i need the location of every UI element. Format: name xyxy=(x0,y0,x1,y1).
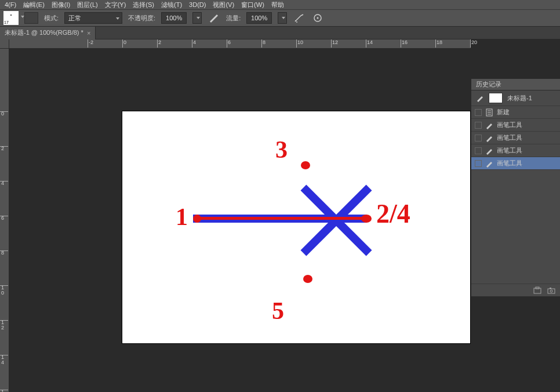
camera-icon[interactable] xyxy=(547,286,555,295)
document-icon xyxy=(485,108,493,117)
ruler-h-tick: 16 xyxy=(402,39,408,45)
flow-input[interactable]: 100% xyxy=(246,12,272,24)
menu-select[interactable]: 选择(S) xyxy=(130,1,157,9)
ruler-h-tick: 4 xyxy=(193,39,196,45)
create-snapshot-icon[interactable] xyxy=(533,286,541,295)
ruler-h-tick: 20 xyxy=(471,39,477,45)
svg-rect-10 xyxy=(548,289,555,293)
menu-3d[interactable]: 3D(D) xyxy=(187,1,208,8)
menu-type[interactable]: 文字(Y) xyxy=(103,1,129,9)
workspace: -202468101214161820 024681 01 21 41 6 1 … xyxy=(0,39,560,392)
canvas-viewport[interactable]: 1 3 2/4 5 xyxy=(9,49,471,392)
red-line xyxy=(197,217,369,220)
menu-image[interactable]: 图像(I) xyxy=(49,1,72,9)
label-1: 1 xyxy=(176,203,188,231)
options-bar: 17 模式: 正常 不透明度: 100% 流量: 100% xyxy=(0,9,560,27)
red-dot-apex xyxy=(361,215,372,223)
red-dot-bottom xyxy=(303,275,312,283)
brush-icon xyxy=(485,147,493,155)
history-panel-tab[interactable]: 历史记录 xyxy=(471,79,560,90)
history-doc-name: 未标题-1 xyxy=(507,94,532,103)
ruler-v-tick: 0 xyxy=(1,111,8,117)
history-panel-footer xyxy=(471,284,560,296)
brush-panel-button[interactable] xyxy=(24,12,38,24)
brush-icon xyxy=(485,134,493,142)
ruler-h-tick: 0 xyxy=(123,39,126,45)
flow-dropdown[interactable] xyxy=(278,12,287,24)
history-row-label: 画笔工具 xyxy=(497,159,522,168)
history-row-label: 画笔工具 xyxy=(497,146,522,155)
menu-edit[interactable]: 編輯(E) xyxy=(21,1,47,9)
snapshot-brush-icon xyxy=(476,94,484,102)
history-state-toggle[interactable] xyxy=(475,147,482,154)
ruler-origin[interactable] xyxy=(0,39,9,49)
ruler-v-tick: 1 6 xyxy=(1,390,8,392)
ruler-v-tick: 1 2 xyxy=(1,320,8,331)
flow-label: 流量: xyxy=(226,14,241,23)
ruler-v-tick: 6 xyxy=(1,216,8,221)
ruler-h-tick: 18 xyxy=(437,39,442,45)
svg-point-3 xyxy=(317,17,319,19)
history-row-label: 画笔工具 xyxy=(497,121,522,129)
ruler-h-tick: 14 xyxy=(367,39,373,45)
svg-point-1 xyxy=(296,21,297,23)
history-row-label: 画笔工具 xyxy=(497,133,522,142)
airbrush-icon[interactable] xyxy=(293,12,306,24)
label-3: 3 xyxy=(275,136,288,164)
history-snapshot-row[interactable]: 未标题-1 xyxy=(471,90,560,106)
menu-layer[interactable]: 图层(L) xyxy=(75,1,100,9)
ruler-v-tick: 1 4 xyxy=(1,355,8,365)
ruler-h-tick: 12 xyxy=(332,39,338,45)
history-row[interactable]: 画笔工具 xyxy=(471,132,560,144)
history-row-label: 新建 xyxy=(497,108,510,117)
ruler-h-tick: 2 xyxy=(158,39,161,45)
ruler-v-tick: 1 0 xyxy=(1,285,8,296)
history-thumbnail xyxy=(489,93,503,103)
brush-icon xyxy=(485,121,493,129)
ruler-h-tick: -2 xyxy=(89,39,93,45)
document-tab-title: 未标题-1 @ 100%(RGB/8) * xyxy=(5,28,83,37)
red-dot-start xyxy=(193,215,201,223)
label-5: 5 xyxy=(272,297,284,325)
tablet-pressure-size-icon[interactable] xyxy=(311,12,324,24)
opacity-input[interactable]: 100% xyxy=(161,12,187,24)
svg-rect-12 xyxy=(550,288,551,289)
ruler-h-tick: 8 xyxy=(263,39,266,45)
tablet-pressure-opacity-icon[interactable] xyxy=(208,12,220,24)
document-tab[interactable]: 未标题-1 @ 100%(RGB/8) * × xyxy=(0,27,96,39)
ruler-vertical[interactable]: 024681 01 21 41 6 xyxy=(0,49,9,392)
history-state-toggle[interactable] xyxy=(475,135,482,141)
history-row[interactable]: 画笔工具 xyxy=(471,157,560,170)
history-row[interactable]: 新建 xyxy=(471,106,560,119)
ruler-h-tick: 6 xyxy=(228,39,231,45)
history-row[interactable]: 画笔工具 xyxy=(471,119,560,132)
ruler-v-tick: 8 xyxy=(1,251,8,256)
label-2-4: 2/4 xyxy=(376,198,410,229)
svg-point-11 xyxy=(550,290,552,292)
brush-preset-button[interactable]: 17 xyxy=(3,11,19,25)
svg-point-0 xyxy=(295,20,296,21)
opacity-label: 不透明度: xyxy=(128,14,155,23)
mode-select[interactable]: 正常 xyxy=(64,12,122,24)
history-state-toggle[interactable] xyxy=(475,109,482,116)
mode-label: 模式: xyxy=(44,14,59,23)
brush-icon xyxy=(485,159,493,168)
close-icon[interactable]: × xyxy=(87,30,90,37)
document-tabbar: 未标题-1 @ 100%(RGB/8) * × xyxy=(0,27,560,39)
menu-filter[interactable]: 滤镜(T) xyxy=(159,1,184,9)
menubar: 4(F) 編輯(E) 图像(I) 图层(L) 文字(Y) 选择(S) 滤镜(T)… xyxy=(0,0,560,9)
menu-file[interactable]: 4(F) xyxy=(2,1,19,8)
ruler-v-tick: 2 xyxy=(1,146,8,151)
history-row[interactable]: 画笔工具 xyxy=(471,144,560,157)
ruler-horizontal[interactable]: -202468101214161820 xyxy=(9,39,471,49)
menu-window[interactable]: 窗口(W) xyxy=(239,1,267,9)
history-state-toggle[interactable] xyxy=(475,122,482,129)
menu-view[interactable]: 视图(V) xyxy=(210,1,237,9)
red-dot-top xyxy=(301,161,310,169)
opacity-dropdown[interactable] xyxy=(192,12,202,24)
ruler-h-tick: 10 xyxy=(297,39,303,45)
history-state-toggle[interactable] xyxy=(475,160,482,167)
ruler-v-tick: 4 xyxy=(1,181,8,186)
menu-help[interactable]: 帮助 xyxy=(269,1,286,9)
canvas[interactable]: 1 3 2/4 5 xyxy=(122,111,470,343)
